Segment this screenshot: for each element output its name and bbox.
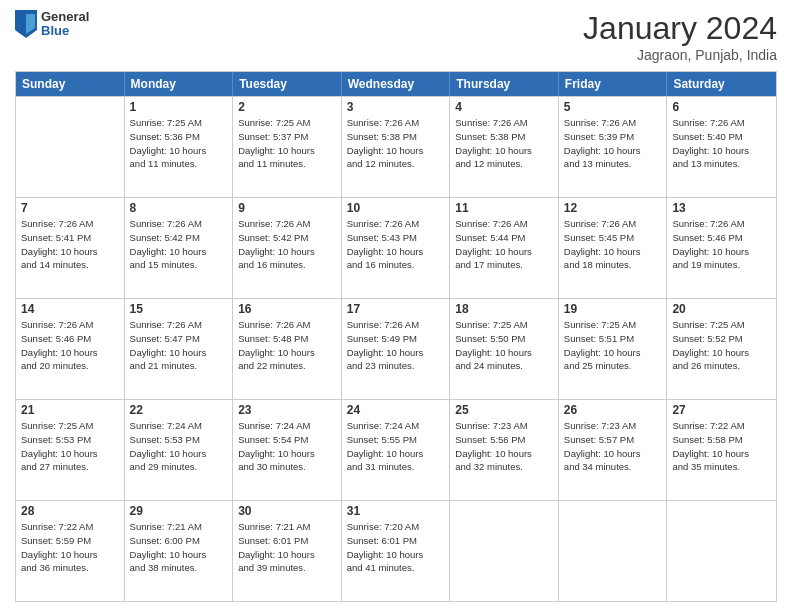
calendar-day-13: 13Sunrise: 7:26 AMSunset: 5:46 PMDayligh… (667, 198, 776, 298)
calendar-day-2: 2Sunrise: 7:25 AMSunset: 5:37 PMDaylight… (233, 97, 342, 197)
calendar-day-8: 8Sunrise: 7:26 AMSunset: 5:42 PMDaylight… (125, 198, 234, 298)
calendar-week-3: 14Sunrise: 7:26 AMSunset: 5:46 PMDayligh… (16, 298, 776, 399)
calendar-day-24: 24Sunrise: 7:24 AMSunset: 5:55 PMDayligh… (342, 400, 451, 500)
day-info: Sunrise: 7:20 AMSunset: 6:01 PMDaylight:… (347, 520, 445, 575)
calendar-day-22: 22Sunrise: 7:24 AMSunset: 5:53 PMDayligh… (125, 400, 234, 500)
day-number: 15 (130, 302, 228, 316)
header-day-saturday: Saturday (667, 72, 776, 96)
calendar-day-31: 31Sunrise: 7:20 AMSunset: 6:01 PMDayligh… (342, 501, 451, 601)
header-day-friday: Friday (559, 72, 668, 96)
calendar-day-19: 19Sunrise: 7:25 AMSunset: 5:51 PMDayligh… (559, 299, 668, 399)
calendar-day-10: 10Sunrise: 7:26 AMSunset: 5:43 PMDayligh… (342, 198, 451, 298)
calendar-day-30: 30Sunrise: 7:21 AMSunset: 6:01 PMDayligh… (233, 501, 342, 601)
day-number: 10 (347, 201, 445, 215)
day-number: 8 (130, 201, 228, 215)
day-number: 3 (347, 100, 445, 114)
logo: General Blue (15, 10, 89, 39)
calendar-day-4: 4Sunrise: 7:26 AMSunset: 5:38 PMDaylight… (450, 97, 559, 197)
day-number: 18 (455, 302, 553, 316)
calendar-day-12: 12Sunrise: 7:26 AMSunset: 5:45 PMDayligh… (559, 198, 668, 298)
day-number: 12 (564, 201, 662, 215)
day-info: Sunrise: 7:26 AMSunset: 5:45 PMDaylight:… (564, 217, 662, 272)
logo-text: General Blue (41, 10, 89, 39)
day-info: Sunrise: 7:25 AMSunset: 5:36 PMDaylight:… (130, 116, 228, 171)
header-day-tuesday: Tuesday (233, 72, 342, 96)
logo-icon (15, 10, 37, 38)
day-number: 5 (564, 100, 662, 114)
day-info: Sunrise: 7:26 AMSunset: 5:38 PMDaylight:… (455, 116, 553, 171)
logo-general: General (41, 10, 89, 24)
calendar-day-5: 5Sunrise: 7:26 AMSunset: 5:39 PMDaylight… (559, 97, 668, 197)
day-number: 11 (455, 201, 553, 215)
day-number: 30 (238, 504, 336, 518)
day-number: 25 (455, 403, 553, 417)
day-number: 21 (21, 403, 119, 417)
day-info: Sunrise: 7:26 AMSunset: 5:38 PMDaylight:… (347, 116, 445, 171)
day-info: Sunrise: 7:21 AMSunset: 6:00 PMDaylight:… (130, 520, 228, 575)
calendar-day-11: 11Sunrise: 7:26 AMSunset: 5:44 PMDayligh… (450, 198, 559, 298)
calendar-week-4: 21Sunrise: 7:25 AMSunset: 5:53 PMDayligh… (16, 399, 776, 500)
logo-blue: Blue (41, 24, 89, 38)
day-info: Sunrise: 7:23 AMSunset: 5:57 PMDaylight:… (564, 419, 662, 474)
calendar-week-2: 7Sunrise: 7:26 AMSunset: 5:41 PMDaylight… (16, 197, 776, 298)
day-info: Sunrise: 7:25 AMSunset: 5:52 PMDaylight:… (672, 318, 771, 373)
calendar-day-29: 29Sunrise: 7:21 AMSunset: 6:00 PMDayligh… (125, 501, 234, 601)
calendar-day-7: 7Sunrise: 7:26 AMSunset: 5:41 PMDaylight… (16, 198, 125, 298)
day-number: 16 (238, 302, 336, 316)
day-number: 24 (347, 403, 445, 417)
header: General Blue January 2024 Jagraon, Punja… (15, 10, 777, 63)
day-info: Sunrise: 7:26 AMSunset: 5:40 PMDaylight:… (672, 116, 771, 171)
day-number: 22 (130, 403, 228, 417)
calendar-day-15: 15Sunrise: 7:26 AMSunset: 5:47 PMDayligh… (125, 299, 234, 399)
day-info: Sunrise: 7:25 AMSunset: 5:53 PMDaylight:… (21, 419, 119, 474)
calendar-day-9: 9Sunrise: 7:26 AMSunset: 5:42 PMDaylight… (233, 198, 342, 298)
calendar-day-27: 27Sunrise: 7:22 AMSunset: 5:58 PMDayligh… (667, 400, 776, 500)
calendar-day-3: 3Sunrise: 7:26 AMSunset: 5:38 PMDaylight… (342, 97, 451, 197)
day-info: Sunrise: 7:26 AMSunset: 5:46 PMDaylight:… (21, 318, 119, 373)
day-number: 23 (238, 403, 336, 417)
day-number: 20 (672, 302, 771, 316)
day-info: Sunrise: 7:26 AMSunset: 5:47 PMDaylight:… (130, 318, 228, 373)
calendar-page: General Blue January 2024 Jagraon, Punja… (0, 0, 792, 612)
calendar-day-empty (16, 97, 125, 197)
day-info: Sunrise: 7:26 AMSunset: 5:43 PMDaylight:… (347, 217, 445, 272)
calendar-day-17: 17Sunrise: 7:26 AMSunset: 5:49 PMDayligh… (342, 299, 451, 399)
calendar-day-28: 28Sunrise: 7:22 AMSunset: 5:59 PMDayligh… (16, 501, 125, 601)
header-day-wednesday: Wednesday (342, 72, 451, 96)
day-number: 9 (238, 201, 336, 215)
calendar-day-16: 16Sunrise: 7:26 AMSunset: 5:48 PMDayligh… (233, 299, 342, 399)
calendar-day-1: 1Sunrise: 7:25 AMSunset: 5:36 PMDaylight… (125, 97, 234, 197)
header-day-sunday: Sunday (16, 72, 125, 96)
day-number: 27 (672, 403, 771, 417)
calendar-day-21: 21Sunrise: 7:25 AMSunset: 5:53 PMDayligh… (16, 400, 125, 500)
day-info: Sunrise: 7:21 AMSunset: 6:01 PMDaylight:… (238, 520, 336, 575)
day-info: Sunrise: 7:25 AMSunset: 5:51 PMDaylight:… (564, 318, 662, 373)
day-info: Sunrise: 7:22 AMSunset: 5:59 PMDaylight:… (21, 520, 119, 575)
calendar-day-26: 26Sunrise: 7:23 AMSunset: 5:57 PMDayligh… (559, 400, 668, 500)
calendar-day-empty (559, 501, 668, 601)
day-info: Sunrise: 7:26 AMSunset: 5:42 PMDaylight:… (238, 217, 336, 272)
day-number: 17 (347, 302, 445, 316)
day-info: Sunrise: 7:26 AMSunset: 5:49 PMDaylight:… (347, 318, 445, 373)
calendar-day-23: 23Sunrise: 7:24 AMSunset: 5:54 PMDayligh… (233, 400, 342, 500)
day-info: Sunrise: 7:24 AMSunset: 5:55 PMDaylight:… (347, 419, 445, 474)
calendar-day-empty (450, 501, 559, 601)
day-number: 28 (21, 504, 119, 518)
day-info: Sunrise: 7:26 AMSunset: 5:48 PMDaylight:… (238, 318, 336, 373)
calendar-body: 1Sunrise: 7:25 AMSunset: 5:36 PMDaylight… (16, 96, 776, 601)
day-number: 4 (455, 100, 553, 114)
calendar-day-empty (667, 501, 776, 601)
title-block: January 2024 Jagraon, Punjab, India (583, 10, 777, 63)
calendar-day-20: 20Sunrise: 7:25 AMSunset: 5:52 PMDayligh… (667, 299, 776, 399)
calendar-week-5: 28Sunrise: 7:22 AMSunset: 5:59 PMDayligh… (16, 500, 776, 601)
location: Jagraon, Punjab, India (583, 47, 777, 63)
day-number: 6 (672, 100, 771, 114)
day-info: Sunrise: 7:22 AMSunset: 5:58 PMDaylight:… (672, 419, 771, 474)
calendar-header-row: SundayMondayTuesdayWednesdayThursdayFrid… (16, 72, 776, 96)
day-info: Sunrise: 7:26 AMSunset: 5:39 PMDaylight:… (564, 116, 662, 171)
day-number: 13 (672, 201, 771, 215)
day-info: Sunrise: 7:24 AMSunset: 5:54 PMDaylight:… (238, 419, 336, 474)
calendar-week-1: 1Sunrise: 7:25 AMSunset: 5:36 PMDaylight… (16, 96, 776, 197)
day-info: Sunrise: 7:25 AMSunset: 5:37 PMDaylight:… (238, 116, 336, 171)
calendar-day-14: 14Sunrise: 7:26 AMSunset: 5:46 PMDayligh… (16, 299, 125, 399)
